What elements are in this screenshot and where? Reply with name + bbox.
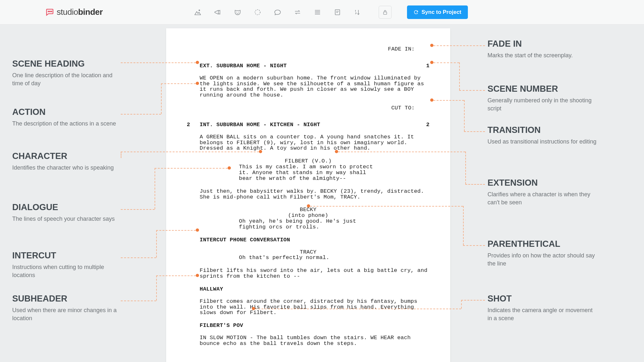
ann-title: ACTION bbox=[12, 107, 118, 117]
scene-number-2-right: 2 bbox=[417, 122, 430, 128]
ann-extension: EXTENSION Clarifies where a character is… bbox=[488, 178, 597, 206]
megaphone-icon[interactable] bbox=[213, 8, 222, 17]
connector-line bbox=[121, 152, 121, 158]
action-block-4: Filbert lifts his sword into the air, le… bbox=[187, 268, 430, 279]
ann-desc: Generally numbered only in the shooting … bbox=[488, 97, 597, 113]
annotations-left-column: SCENE HEADING One line description of th… bbox=[0, 24, 166, 362]
sync-to-project-button[interactable]: Sync to Project bbox=[407, 5, 468, 19]
connector-line bbox=[433, 45, 485, 46]
action-block-5: Filbert comes around the corner, distrac… bbox=[187, 299, 430, 316]
ann-desc: Provides info on how the actor should sa… bbox=[488, 252, 597, 268]
dialogue-becky: Oh yeah, he's being good. He's just figh… bbox=[239, 218, 377, 230]
ann-scene-number: SCENE NUMBER Generally numbered only in … bbox=[488, 84, 597, 112]
ann-title: EXTENSION bbox=[488, 178, 597, 188]
scene-heading-2: 2 INT. SUBURBAN HOME - KITCHEN - NIGHT 2 bbox=[187, 122, 430, 128]
ann-title: SUBHEADER bbox=[12, 294, 118, 304]
svg-point-4 bbox=[255, 10, 260, 15]
swap-arrows-icon[interactable] bbox=[293, 8, 302, 17]
scene-number-2-left: 2 bbox=[187, 122, 200, 128]
connector-line bbox=[121, 62, 196, 63]
connector-line bbox=[464, 100, 465, 131]
lines-icon[interactable] bbox=[313, 8, 322, 17]
svg-point-2 bbox=[51, 11, 52, 12]
connector-line bbox=[121, 152, 259, 152]
character-becky: BECKY bbox=[187, 207, 430, 213]
ann-desc: The description of the actions in a scen… bbox=[12, 120, 118, 128]
sync-button-label: Sync to Project bbox=[421, 9, 461, 15]
svg-rect-5 bbox=[335, 10, 340, 15]
ann-title: DIALOGUE bbox=[12, 203, 118, 212]
connector-line bbox=[121, 301, 156, 301]
connector-line bbox=[463, 245, 485, 246]
circle-dashed-icon[interactable] bbox=[253, 8, 262, 17]
ann-title: TRANSITION bbox=[488, 125, 597, 135]
svg-point-3 bbox=[199, 10, 200, 11]
ann-title: CHARACTER bbox=[12, 152, 118, 161]
svg-point-1 bbox=[50, 11, 50, 12]
fade-in: FADE IN: bbox=[187, 46, 430, 52]
ann-intercut: INTERCUT Instructions when cutting to mu… bbox=[12, 251, 118, 279]
dialogue-tracy: Oh that's perfectly normal. bbox=[239, 255, 377, 261]
connector-dot bbox=[430, 61, 433, 64]
transition-1: CUT TO: bbox=[187, 105, 430, 111]
number-sort-icon[interactable] bbox=[353, 8, 362, 17]
ann-desc: Indicates the camera angle or movement i… bbox=[488, 306, 597, 322]
scene-heading-1-text: EXT. SUBURBAN HOME - NIGHT bbox=[200, 63, 417, 69]
connector-dot bbox=[228, 166, 231, 170]
character-tracy: TRACY bbox=[187, 249, 430, 255]
toolbar-icon-group: Sync to Project bbox=[193, 5, 468, 19]
ann-title: INTERCUT bbox=[12, 251, 118, 261]
connector-dot bbox=[259, 150, 262, 153]
ann-dialogue: DIALOGUE The lines of speech your charac… bbox=[12, 203, 118, 223]
svg-rect-6 bbox=[384, 12, 387, 14]
ann-subheader: SUBHEADER Used when there are minor chan… bbox=[12, 294, 118, 322]
connector-line bbox=[461, 300, 485, 301]
connector-dot bbox=[196, 228, 199, 232]
connector-line bbox=[255, 309, 461, 309]
connector-dot bbox=[430, 98, 433, 102]
ann-parenthetical: PARENTHETICAL Provides info on how the a… bbox=[488, 239, 597, 267]
connector-line bbox=[155, 168, 155, 209]
ann-action: ACTION The description of the actions in… bbox=[12, 107, 118, 128]
ann-title: PARENTHETICAL bbox=[488, 239, 597, 249]
script-page: FADE IN: EXT. SUBURBAN HOME - NIGHT 1 WE… bbox=[166, 28, 450, 362]
ann-desc: Used when there are minor changes in a l… bbox=[12, 306, 118, 322]
connector-line bbox=[465, 184, 485, 185]
svg-point-0 bbox=[48, 11, 49, 12]
action-block-3: Just then, the babysitter walks by. BECK… bbox=[187, 189, 430, 200]
action-block-2: A GREEN BALL sits on a counter top. A yo… bbox=[187, 134, 430, 152]
connector-dot bbox=[430, 44, 433, 47]
action-block-1: WE OPEN on a modern suburban home. The f… bbox=[187, 75, 430, 98]
subheader-pov: FILBERT'S POV bbox=[187, 323, 430, 329]
ann-title: SHOT bbox=[488, 294, 597, 304]
ann-desc: Identifies the character who is speaking bbox=[12, 164, 118, 172]
connector-dot bbox=[307, 204, 310, 208]
intercut-heading: INTERCUT PHONE CONVERSATION bbox=[187, 237, 430, 243]
parenthetical-becky: (into phone) bbox=[187, 213, 430, 218]
ann-desc: The lines of speech your character says bbox=[12, 215, 118, 223]
scene-heading-2-text: INT. SUBURBAN HOME - KITCHEN - NIGHT bbox=[200, 122, 417, 128]
note-icon[interactable] bbox=[333, 8, 342, 17]
connector-line bbox=[121, 209, 155, 210]
chat-bubble-logo-icon bbox=[45, 8, 54, 17]
mask-icon[interactable] bbox=[233, 8, 242, 17]
mountain-icon[interactable] bbox=[193, 8, 202, 17]
connector-line bbox=[156, 230, 157, 257]
brand-logo: studiobinder bbox=[45, 7, 103, 17]
top-toolbar: studiobinder Sync to Project bbox=[0, 0, 644, 24]
ann-title: FADE IN bbox=[488, 39, 597, 49]
speech-bubble-icon[interactable] bbox=[273, 8, 282, 17]
scene-heading-1: EXT. SUBURBAN HOME - NIGHT 1 bbox=[187, 63, 430, 69]
connector-line bbox=[433, 100, 464, 101]
ann-title: SCENE HEADING bbox=[12, 59, 118, 69]
ann-desc: One line description of the location and… bbox=[12, 71, 118, 88]
lock-icon[interactable] bbox=[379, 6, 392, 19]
connector-line bbox=[310, 206, 463, 207]
connector-line bbox=[121, 114, 161, 115]
dialogue-filbert: This is my castle. I am sworn to protect… bbox=[239, 164, 377, 181]
ann-desc: Clarifies where a character is when they… bbox=[488, 190, 597, 207]
connector-line bbox=[156, 275, 196, 276]
connector-dot bbox=[335, 150, 338, 153]
connector-dot bbox=[196, 82, 199, 85]
ann-fade-in: FADE IN Marks the start of the screenpla… bbox=[488, 39, 597, 60]
